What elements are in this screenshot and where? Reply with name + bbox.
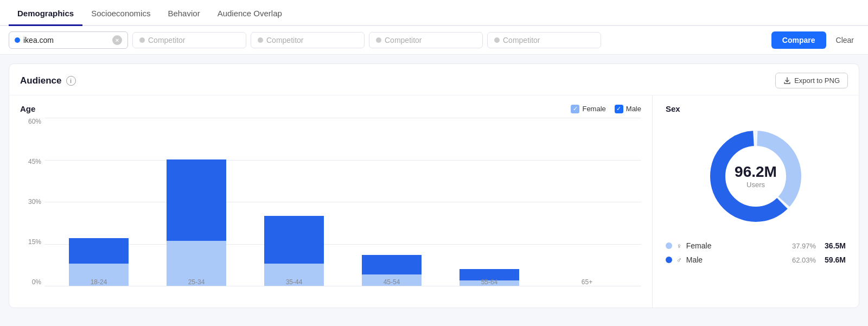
legend-female: ✓ Female [571,105,605,113]
y-label-45: 45% [28,158,41,165]
female-icon: ♀ [676,242,682,250]
tab-behavior[interactable]: Behavior [159,2,208,26]
y-label-30: 30% [28,198,41,206]
x-label-65+: 65+ [557,278,617,286]
clear-button[interactable]: Clear [831,31,859,49]
tab-socioeconomics[interactable]: Socioeconomics [82,2,159,26]
competitor-dot-1 [139,37,145,43]
chart-top-row: Age ✓ Female ✓ Male [20,104,641,113]
donut-center: 96.2M Users [735,164,777,189]
sex-stats: ♀ Female 37.97% 36.5M ♂ Male 62.03% 59.6… [666,241,846,264]
male-checkbox[interactable]: ✓ [615,105,623,113]
x-label-55-64: 55-64 [459,278,519,286]
site-value: ikea.com [23,36,109,44]
female-dot [666,242,672,249]
chart-area: Age ✓ Female ✓ Male 60% [9,95,859,308]
y-label-0: 0% [32,278,41,286]
compare-button[interactable]: Compare [771,31,826,49]
competitor-dot-3 [376,37,381,43]
clear-site-button[interactable]: × [112,35,122,45]
competitor-input-2[interactable]: Competitor [251,32,365,48]
age-section: Age ✓ Female ✓ Male 60% [9,95,653,308]
site-input-wrap[interactable]: ikea.com × [9,31,128,49]
export-button[interactable]: Export to PNG [775,73,848,88]
bar-male-35-44 [264,216,324,264]
main-content: Audience i Export to PNG Age [0,55,868,317]
grid-line-0 [44,286,641,286]
sex-title: Sex [666,104,846,113]
competitor-dot-4 [494,37,500,43]
donut-container: 96.2M Users [701,122,810,231]
legend-row: ✓ Female ✓ Male [571,105,641,113]
legend-male: ✓ Male [615,105,641,113]
male-pct: 62.03% [792,256,816,264]
export-icon [783,77,791,85]
age-chart-title: Age [20,104,35,113]
sex-row-male: ♂ Male 62.03% 59.6M [666,255,846,264]
female-label: Female [582,105,605,113]
bar-group-25-34 [167,159,226,286]
top-nav: Demographics Socioeconomics Behavior Aud… [0,0,868,26]
x-label-18-24: 18-24 [69,278,129,286]
chart-inner: 18-2425-3435-4445-5455-6465+ [44,118,641,286]
competitor-placeholder-1: Competitor [148,36,185,44]
competitor-input-3[interactable]: Competitor [369,32,483,48]
y-label-15: 15% [28,238,41,246]
female-name: Female [686,241,788,250]
search-row: ikea.com × Competitor Competitor Competi… [0,26,868,55]
sex-row-female: ♀ Female 37.97% 36.5M [666,241,846,250]
sex-section: Sex 96.2M Users [653,95,859,308]
bar-chart-container: 60% 45% 30% 15% 0% [20,118,641,302]
info-icon[interactable]: i [66,76,76,86]
male-label: Male [626,105,641,113]
audience-header: Audience i Export to PNG [9,64,859,95]
male-icon: ♂ [676,256,682,264]
male-dot [666,257,672,263]
competitor-placeholder-4: Competitor [503,36,540,44]
bar-male-25-34 [167,159,226,241]
tab-demographics[interactable]: Demographics [9,2,82,26]
site-dot [15,37,20,43]
donut-label: Users [735,181,777,189]
audience-title-group: Audience i [20,75,76,86]
audience-card: Audience i Export to PNG Age [9,63,859,308]
male-name: Male [686,255,788,264]
donut-value: 96.2M [735,164,777,181]
tab-audience-overlap[interactable]: Audience Overlap [209,2,291,26]
male-count: 59.6M [825,255,846,264]
competitor-placeholder-2: Competitor [266,36,303,44]
female-count: 36.5M [825,241,846,250]
competitor-dot-2 [258,37,263,43]
competitor-input-1[interactable]: Competitor [132,32,246,48]
audience-title-text: Audience [20,75,62,86]
competitor-placeholder-3: Competitor [385,36,422,44]
female-pct: 37.97% [792,242,816,250]
x-label-25-34: 25-34 [167,278,226,286]
x-label-35-44: 35-44 [264,278,324,286]
export-label: Export to PNG [794,76,840,85]
y-label-60: 60% [28,118,41,125]
y-axis: 60% 45% 30% 15% 0% [20,118,44,286]
competitor-input-4[interactable]: Competitor [487,32,601,48]
female-checkbox[interactable]: ✓ [571,105,579,113]
bar-male-18-24 [69,238,129,264]
x-label-45-54: 45-54 [362,278,422,286]
x-labels: 18-2425-3435-4445-5455-6465+ [44,270,641,286]
bars-row [44,118,641,286]
